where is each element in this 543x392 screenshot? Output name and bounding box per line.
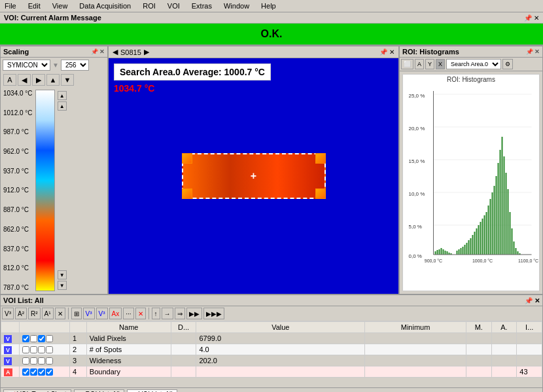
- scale-left-btn[interactable]: ◀: [18, 74, 31, 86]
- alarm-pin-btn[interactable]: 📌: [524, 14, 532, 22]
- handle-bottom-left[interactable]: [182, 188, 192, 199]
- voi-btn-arrow-up[interactable]: ↑: [152, 308, 160, 319]
- voi-toolbar-separator2: [149, 308, 149, 319]
- menu-roi[interactable]: ROI: [141, 1, 158, 10]
- row3-check1[interactable]: [22, 357, 29, 365]
- thermal-object[interactable]: [182, 153, 326, 199]
- voi-btn-a2[interactable]: A²: [15, 308, 27, 319]
- handle-top-right[interactable]: [315, 153, 326, 164]
- row1-check4[interactable]: [46, 335, 53, 342]
- voi-btn-x[interactable]: ✕: [55, 308, 65, 319]
- row4-check2[interactable]: [30, 368, 37, 376]
- histogram-area-dropdown[interactable]: Search Area.0: [446, 59, 501, 69]
- row1-check3[interactable]: [38, 335, 45, 342]
- scale-scroll-middle-up[interactable]: ▲: [58, 101, 67, 111]
- scale-scroll-down[interactable]: ▼: [58, 281, 67, 290]
- row2-check1[interactable]: [22, 346, 29, 353]
- row3-check4[interactable]: [46, 357, 53, 365]
- voi-list-close-icon[interactable]: ✕: [534, 297, 540, 304]
- histogram-pin-icon[interactable]: 📌: [526, 48, 533, 55]
- row2-checks[interactable]: [19, 344, 69, 355]
- svg-text:15,0 %: 15,0 %: [409, 158, 425, 164]
- histogram-close-icon[interactable]: ✕: [534, 48, 540, 55]
- row2-m: [466, 344, 491, 355]
- svg-rect-44: [502, 137, 503, 255]
- voi-list-pin-icon[interactable]: 📌: [525, 297, 533, 304]
- scale-scroll-middle-down[interactable]: ▼: [58, 270, 67, 279]
- menu-help[interactable]: Help: [259, 1, 278, 10]
- menu-extras[interactable]: Extras: [190, 1, 214, 10]
- row4-checks[interactable]: [19, 366, 69, 378]
- voi-btn-arrow-right3[interactable]: ▶▶▶: [203, 308, 224, 319]
- row3-d: [171, 355, 196, 366]
- image-nav-right[interactable]: ▶: [144, 48, 149, 56]
- menu-voi[interactable]: VOI: [166, 1, 182, 10]
- voi-btn-arrow-double-right[interactable]: ⇒: [175, 308, 185, 319]
- hist-x-btn[interactable]: X: [436, 59, 445, 69]
- avg-temperature: Search Area.0 Average: 1000.7 °C: [114, 63, 271, 80]
- scale-auto-btn[interactable]: A: [3, 74, 16, 86]
- menu-window[interactable]: Window: [222, 1, 251, 10]
- scale-right-btn[interactable]: ▶: [32, 74, 45, 86]
- hist-zoom-btn[interactable]: ⬜: [401, 59, 413, 69]
- row2-check2[interactable]: [30, 346, 37, 353]
- palette-dropdown[interactable]: SYMICON: [3, 60, 50, 71]
- row1-check1[interactable]: [22, 335, 29, 342]
- voi-btn-v3-2[interactable]: V³: [83, 308, 95, 319]
- voi-btn-ax[interactable]: Ax: [109, 308, 122, 319]
- voi-btn-arrow-right[interactable]: →: [162, 308, 173, 319]
- palette-separator: ▼: [52, 62, 59, 69]
- row2-check4[interactable]: [46, 346, 53, 353]
- row2-check3[interactable]: [38, 346, 45, 353]
- voi-btn-arrow-right2[interactable]: ▶▶: [186, 308, 202, 319]
- image-nav-left[interactable]: ◀: [113, 48, 118, 56]
- row3-check3[interactable]: [38, 357, 45, 365]
- badge-v2: V: [4, 346, 12, 354]
- handle-bottom-right[interactable]: [315, 188, 326, 199]
- row3-badge: V: [1, 355, 20, 366]
- image-pin-icon[interactable]: 📌: [379, 48, 387, 56]
- image-close-icon[interactable]: ✕: [389, 48, 394, 56]
- scaling-close-icon[interactable]: ✕: [99, 48, 105, 55]
- col-header-badge: [1, 322, 20, 333]
- menu-file[interactable]: File: [3, 1, 18, 10]
- scale-scroll-up[interactable]: ▲: [58, 91, 67, 100]
- row1-check2[interactable]: [30, 335, 37, 342]
- levels-dropdown[interactable]: 256: [61, 60, 89, 71]
- voi-btn-grid[interactable]: ⊞: [71, 308, 82, 319]
- tab-voi-trend-chart[interactable]: 📈 VOI: Trend Chart: [3, 389, 71, 392]
- row3-checks[interactable]: [19, 355, 69, 366]
- thermal-rect[interactable]: [182, 153, 326, 199]
- voi-btn-x2[interactable]: ✕: [135, 308, 146, 319]
- menu-edit[interactable]: Edit: [26, 1, 43, 10]
- row2-minimum: [365, 344, 466, 355]
- row3-m: [466, 355, 491, 366]
- row4-check4[interactable]: [46, 368, 53, 376]
- row1-name: Valid Pixels: [86, 333, 171, 344]
- menu-data-acquisition[interactable]: Data Acquisition: [77, 1, 133, 10]
- tab-roi-list[interactable]: ⊞ ROI List: All: [74, 389, 124, 392]
- thermal-image-area[interactable]: Search Area.0 Average: 1000.7 °C 1034.7 …: [109, 58, 398, 294]
- voi-btn-dots[interactable]: ···: [123, 308, 133, 319]
- alarm-close-btn[interactable]: ✕: [534, 14, 539, 22]
- handle-top-left[interactable]: [182, 153, 192, 164]
- scale-down-btn[interactable]: ▼: [61, 74, 74, 86]
- menu-view[interactable]: View: [50, 1, 70, 10]
- row3-check2[interactable]: [30, 357, 37, 365]
- voi-btn-v3[interactable]: V³: [2, 308, 14, 319]
- tab-voi-list-all[interactable]: ⊞ VOI List: All: [127, 389, 177, 392]
- hist-y-btn[interactable]: Y: [425, 59, 434, 69]
- voi-btn-r2[interactable]: R²: [28, 308, 41, 319]
- scale-up-btn[interactable]: ▲: [46, 74, 60, 86]
- svg-rect-43: [500, 150, 501, 255]
- row4-check1[interactable]: [22, 368, 29, 376]
- scaling-pin-icon[interactable]: 📌: [91, 48, 98, 55]
- hist-settings-btn[interactable]: ⚙: [502, 59, 513, 69]
- voi-btn-a1[interactable]: A¹: [42, 308, 54, 319]
- row1-checks[interactable]: [19, 333, 69, 344]
- hist-auto-btn[interactable]: A: [415, 59, 424, 69]
- row4-check3[interactable]: [38, 368, 45, 376]
- svg-rect-26: [466, 243, 468, 255]
- voi-btn-v3-3[interactable]: V³: [96, 308, 108, 319]
- col-header-num: [70, 322, 87, 333]
